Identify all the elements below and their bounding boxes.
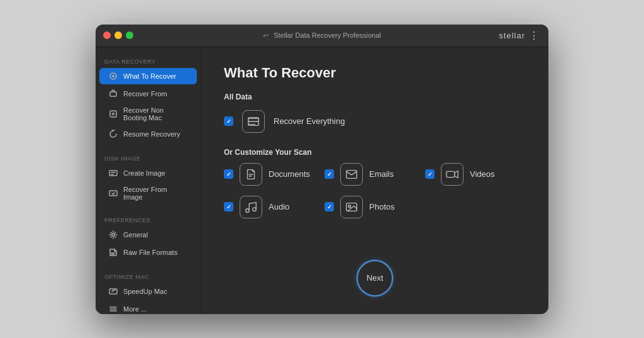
audio-label: Audio (269, 202, 289, 211)
recover-from-image-icon (108, 188, 118, 198)
sidebar-label-more: More ... (123, 305, 147, 313)
what-to-recover-icon (108, 71, 118, 81)
menu-dots-icon[interactable]: ⋮ (529, 30, 540, 42)
back-icon: ↩ (263, 31, 269, 40)
svg-point-12 (253, 207, 257, 211)
photos-item: Photos (325, 196, 425, 218)
svg-rect-10 (447, 171, 455, 177)
titlebar-logo: stellar ⋮ (499, 30, 540, 42)
sidebar-label-general: General (123, 231, 148, 239)
recover-everything-icon-box (242, 110, 265, 133)
main-panel: What To Recover All Data Recover Everyth… (201, 47, 548, 314)
titlebar-title: ↩ Stellar Data Recovery Professional (263, 31, 381, 40)
create-image-icon (108, 168, 118, 178)
raw-file-formats-icon (108, 247, 118, 257)
sidebar-item-speedup-mac[interactable]: SpeedUp Mac (99, 283, 197, 300)
all-data-label: All Data (224, 93, 526, 101)
audio-item: Audio (224, 196, 325, 218)
items-grid: Documents Emails (224, 163, 526, 218)
more-icon (108, 304, 118, 314)
general-icon (108, 230, 118, 240)
svg-rect-7 (109, 289, 117, 294)
recover-everything-label: Recover Everything (274, 116, 345, 126)
recover-non-booting-icon (108, 109, 118, 119)
svg-point-11 (246, 208, 250, 212)
next-button-wrap: Next (357, 260, 393, 296)
sidebar-section-optimize-mac: Optimize Mac (96, 269, 201, 283)
photos-icon-box (340, 196, 363, 218)
svg-point-6 (112, 234, 114, 236)
videos-checkbox[interactable] (425, 169, 435, 179)
svg-rect-5 (109, 191, 117, 196)
app-title: Stellar Data Recovery Professional (274, 31, 381, 39)
sidebar-label-raw-file-formats: Raw File Formats (123, 249, 177, 256)
emails-checkbox[interactable] (325, 169, 334, 179)
next-button[interactable]: Next (357, 260, 393, 296)
resume-recovery-icon (108, 129, 118, 139)
sidebar-item-recover-from[interactable]: Recover From (99, 86, 197, 102)
recover-everything-checkbox[interactable] (224, 116, 233, 126)
sidebar-label-speedup-mac: SpeedUp Mac (123, 288, 167, 295)
recover-everything-row: Recover Everything (224, 110, 526, 133)
svg-rect-9 (347, 170, 357, 178)
documents-icon-box (240, 163, 262, 186)
close-button[interactable] (103, 31, 111, 39)
emails-icon-box (340, 163, 363, 186)
sidebar-label-recover-from-image: Recover From Image (123, 186, 188, 201)
audio-checkbox[interactable] (224, 202, 233, 211)
sidebar-item-more[interactable]: More ... (99, 301, 197, 314)
recover-from-icon (108, 89, 118, 99)
maximize-button[interactable] (126, 31, 133, 39)
main-window: ↩ Stellar Data Recovery Professional ste… (96, 25, 548, 314)
panel-title: What To Recover (224, 65, 526, 81)
sidebar-item-recover-non-booting[interactable]: Recover Non Booting Mac (99, 103, 197, 125)
svg-point-14 (348, 205, 351, 207)
sidebar-label-recover-non-booting: Recover Non Booting Mac (123, 106, 188, 121)
sidebar-label-recover-from: Recover From (123, 90, 167, 98)
sidebar-item-raw-file-formats[interactable]: Raw File Formats (99, 244, 197, 261)
minimize-button[interactable] (114, 31, 122, 39)
sidebar: Data Recovery What To Recover Recover Fr… (96, 47, 201, 314)
emails-item: Emails (325, 163, 425, 186)
speedup-mac-icon (108, 286, 118, 296)
sidebar-section-data-recovery: Data Recovery (96, 54, 201, 67)
titlebar: ↩ Stellar Data Recovery Professional ste… (96, 25, 548, 47)
documents-checkbox[interactable] (224, 169, 233, 179)
emails-label: Emails (369, 169, 394, 179)
sidebar-label-what-to-recover: What To Recover (123, 72, 176, 80)
sidebar-section-preferences: Preferences (96, 212, 201, 226)
svg-rect-2 (110, 92, 116, 96)
traffic-lights (103, 31, 133, 39)
svg-point-1 (112, 75, 114, 77)
videos-icon-box (441, 163, 464, 186)
sidebar-label-create-image: Create Image (123, 169, 165, 177)
photos-label: Photos (369, 202, 394, 211)
sidebar-item-what-to-recover[interactable]: What To Recover (99, 68, 197, 84)
sidebar-item-create-image[interactable]: Create Image (99, 165, 197, 181)
photos-checkbox[interactable] (325, 202, 334, 211)
documents-item: Documents (224, 163, 325, 186)
customize-label: Or Customize Your Scan (224, 148, 526, 157)
documents-label: Documents (269, 169, 310, 179)
sidebar-item-resume-recovery[interactable]: Resume Recovery (99, 126, 197, 142)
svg-rect-4 (109, 171, 117, 176)
sidebar-item-recover-from-image[interactable]: Recover From Image (99, 183, 197, 204)
sidebar-section-disk-image: Disk Image (96, 150, 201, 164)
sidebar-item-general[interactable]: General (99, 227, 197, 243)
audio-icon-box (240, 196, 262, 218)
main-content: Data Recovery What To Recover Recover Fr… (96, 47, 548, 314)
videos-label: Videos (470, 169, 495, 179)
logo-text: stellar (499, 31, 525, 40)
sidebar-label-resume-recovery: Resume Recovery (123, 130, 180, 138)
videos-item: Videos (425, 163, 526, 186)
